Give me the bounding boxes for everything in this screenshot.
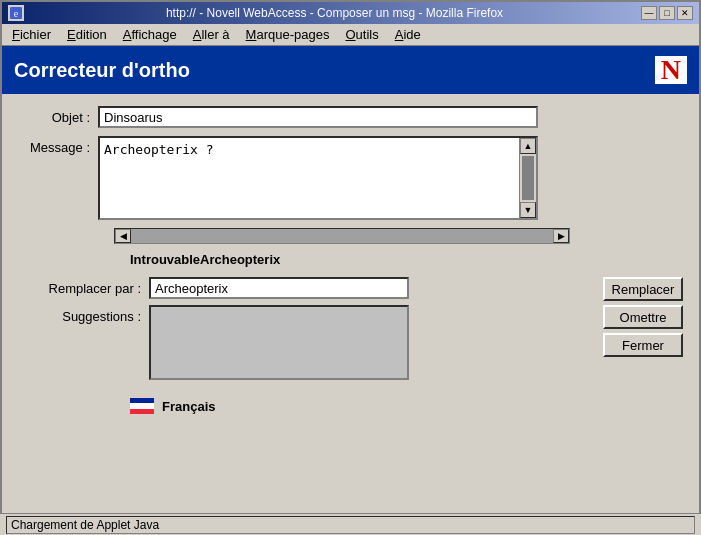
window-close-button[interactable]: ✕ xyxy=(677,6,693,20)
menu-fichier[interactable]: Fichier xyxy=(6,25,57,44)
title-bar: e http:// - Novell WebAccess - Composer … xyxy=(2,2,699,24)
menu-marque-pages[interactable]: Marque-pages xyxy=(240,25,336,44)
menu-aide[interactable]: Aide xyxy=(389,25,427,44)
action-buttons: Remplacer Omettre Fermer xyxy=(603,277,683,357)
maximize-button[interactable]: □ xyxy=(659,6,675,20)
suggestions-label: Suggestions : xyxy=(34,305,149,324)
object-label: Objet : xyxy=(18,106,98,125)
h-scroll-track xyxy=(131,229,553,243)
menu-aller[interactable]: Aller à xyxy=(187,25,236,44)
message-label: Message : xyxy=(18,136,98,155)
misspelled-word: IntrouvableArcheopterix xyxy=(130,252,683,267)
message-textarea[interactable]: Archeopterix ? xyxy=(100,138,520,218)
page-title: Correcteur d'ortho xyxy=(14,59,190,82)
misspelled-text: IntrouvableArcheopterix xyxy=(130,252,280,267)
status-text-container: Chargement de Applet Java xyxy=(6,516,695,534)
language-section: Français xyxy=(130,398,683,414)
window-controls: — □ ✕ xyxy=(641,6,693,20)
h-scroll-right-btn[interactable]: ▶ xyxy=(553,229,569,243)
message-row: Message : Archeopterix ? ▲ ▼ xyxy=(18,136,683,220)
minimize-button[interactable]: — xyxy=(641,6,657,20)
header-bar: Correcteur d'ortho N xyxy=(2,46,699,94)
french-flag-icon xyxy=(130,398,154,414)
close-button[interactable]: Fermer xyxy=(603,333,683,357)
replace-form: Remplacer par : Suggestions : xyxy=(34,277,591,386)
language-label: Français xyxy=(162,399,215,414)
scroll-down-btn[interactable]: ▼ xyxy=(520,202,536,218)
replace-label: Remplacer par : xyxy=(34,277,149,296)
status-text: Chargement de Applet Java xyxy=(11,518,159,532)
omit-button[interactable]: Omettre xyxy=(603,305,683,329)
menu-edition[interactable]: Edition xyxy=(61,25,113,44)
window-title: http:// - Novell WebAccess - Composer un… xyxy=(28,6,641,20)
replace-section: Remplacer par : Suggestions : Remplacer … xyxy=(34,277,683,386)
scroll-up-btn[interactable]: ▲ xyxy=(520,138,536,154)
horizontal-scrollbar[interactable]: ◀ ▶ xyxy=(114,228,570,244)
svg-text:e: e xyxy=(14,8,19,19)
main-content: Objet : Message : Archeopterix ? ▲ ▼ ◀ ▶… xyxy=(2,94,699,426)
message-scrollbar[interactable]: ▲ ▼ xyxy=(519,138,536,218)
replace-input[interactable] xyxy=(149,277,409,299)
replace-row: Remplacer par : xyxy=(34,277,591,299)
object-input[interactable] xyxy=(98,106,538,128)
window-icon: e xyxy=(8,5,24,21)
message-container: Archeopterix ? ▲ ▼ xyxy=(98,136,538,220)
flag-red xyxy=(130,409,154,414)
replace-button[interactable]: Remplacer xyxy=(603,277,683,301)
status-bar: Chargement de Applet Java xyxy=(0,513,701,535)
suggestions-box[interactable] xyxy=(149,305,409,380)
suggestions-row: Suggestions : xyxy=(34,305,591,380)
object-row: Objet : xyxy=(18,106,683,128)
scroll-thumb xyxy=(522,156,534,200)
menu-bar: Fichier Edition Affichage Aller à Marque… xyxy=(2,24,699,46)
menu-affichage[interactable]: Affichage xyxy=(117,25,183,44)
h-scroll-left-btn[interactable]: ◀ xyxy=(115,229,131,243)
menu-outils[interactable]: Outils xyxy=(339,25,384,44)
novell-logo: N xyxy=(655,56,687,84)
